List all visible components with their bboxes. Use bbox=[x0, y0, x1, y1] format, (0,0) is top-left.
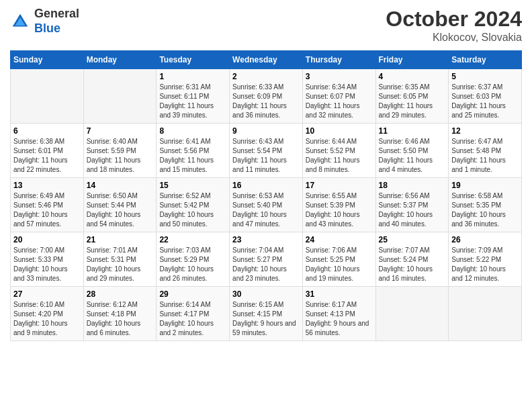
calendar-cell: 17Sunrise: 6:55 AM Sunset: 5:39 PM Dayli… bbox=[302, 178, 375, 232]
calendar-cell: 5Sunrise: 6:37 AM Sunset: 6:03 PM Daylig… bbox=[449, 69, 522, 124]
calendar-cell: 1Sunrise: 6:31 AM Sunset: 6:11 PM Daylig… bbox=[157, 69, 230, 124]
weekday-header-thursday: Thursday bbox=[302, 51, 375, 69]
day-detail: Sunrise: 7:01 AM Sunset: 5:31 PM Dayligh… bbox=[87, 246, 154, 283]
day-number: 31 bbox=[306, 289, 373, 299]
day-detail: Sunrise: 6:15 AM Sunset: 4:15 PM Dayligh… bbox=[232, 300, 300, 338]
calendar-week-row: 6Sunrise: 6:38 AM Sunset: 6:01 PM Daylig… bbox=[11, 124, 522, 178]
day-number: 27 bbox=[13, 289, 81, 299]
day-detail: Sunrise: 6:12 AM Sunset: 4:18 PM Dayligh… bbox=[87, 300, 154, 338]
day-detail: Sunrise: 6:34 AM Sunset: 6:07 PM Dayligh… bbox=[306, 83, 373, 120]
day-detail: Sunrise: 7:04 AM Sunset: 5:27 PM Dayligh… bbox=[232, 246, 300, 283]
calendar-cell bbox=[11, 69, 84, 124]
day-number: 24 bbox=[306, 235, 373, 244]
day-detail: Sunrise: 6:58 AM Sunset: 5:35 PM Dayligh… bbox=[451, 191, 519, 229]
day-number: 6 bbox=[13, 126, 81, 136]
day-number: 14 bbox=[87, 181, 154, 190]
title-block: October 2024 Klokocov, Slovakia bbox=[386, 7, 522, 44]
calendar-week-row: 20Sunrise: 7:00 AM Sunset: 5:33 PM Dayli… bbox=[11, 232, 522, 287]
day-detail: Sunrise: 6:47 AM Sunset: 5:48 PM Dayligh… bbox=[451, 137, 519, 175]
day-number: 30 bbox=[232, 289, 300, 299]
calendar-week-row: 1Sunrise: 6:31 AM Sunset: 6:11 PM Daylig… bbox=[11, 69, 522, 124]
day-number: 1 bbox=[159, 72, 226, 81]
day-detail: Sunrise: 6:55 AM Sunset: 5:39 PM Dayligh… bbox=[306, 191, 373, 229]
day-detail: Sunrise: 6:44 AM Sunset: 5:52 PM Dayligh… bbox=[306, 137, 373, 175]
calendar-cell: 6Sunrise: 6:38 AM Sunset: 6:01 PM Daylig… bbox=[11, 124, 84, 178]
day-number: 18 bbox=[379, 181, 446, 190]
day-number: 16 bbox=[232, 181, 300, 190]
day-detail: Sunrise: 7:00 AM Sunset: 5:33 PM Dayligh… bbox=[13, 246, 81, 283]
calendar-cell: 16Sunrise: 6:53 AM Sunset: 5:40 PM Dayli… bbox=[230, 178, 303, 232]
calendar-table: SundayMondayTuesdayWednesdayThursdayFrid… bbox=[10, 50, 522, 341]
location: Klokocov, Slovakia bbox=[386, 32, 522, 44]
day-detail: Sunrise: 6:40 AM Sunset: 5:59 PM Dayligh… bbox=[87, 137, 154, 175]
logo-text: General Blue bbox=[34, 7, 79, 36]
calendar-week-row: 13Sunrise: 6:49 AM Sunset: 5:46 PM Dayli… bbox=[11, 178, 522, 232]
day-number: 25 bbox=[379, 235, 446, 244]
weekday-header-saturday: Saturday bbox=[449, 51, 522, 69]
calendar-cell: 15Sunrise: 6:52 AM Sunset: 5:42 PM Dayli… bbox=[157, 178, 230, 232]
weekday-header-monday: Monday bbox=[83, 51, 157, 69]
weekday-header-tuesday: Tuesday bbox=[157, 51, 230, 69]
day-detail: Sunrise: 7:03 AM Sunset: 5:29 PM Dayligh… bbox=[159, 246, 226, 283]
day-detail: Sunrise: 6:46 AM Sunset: 5:50 PM Dayligh… bbox=[379, 137, 446, 175]
day-detail: Sunrise: 6:33 AM Sunset: 6:09 PM Dayligh… bbox=[232, 83, 300, 120]
logo: General Blue bbox=[10, 7, 79, 36]
day-detail: Sunrise: 6:53 AM Sunset: 5:40 PM Dayligh… bbox=[232, 191, 300, 229]
calendar-cell: 23Sunrise: 7:04 AM Sunset: 5:27 PM Dayli… bbox=[230, 232, 303, 287]
day-number: 15 bbox=[159, 181, 226, 190]
day-number: 5 bbox=[451, 72, 519, 81]
calendar-cell: 9Sunrise: 6:43 AM Sunset: 5:54 PM Daylig… bbox=[230, 124, 303, 178]
calendar-cell bbox=[449, 287, 522, 341]
calendar-cell: 14Sunrise: 6:50 AM Sunset: 5:44 PM Dayli… bbox=[83, 178, 157, 232]
day-number: 17 bbox=[306, 181, 373, 190]
day-detail: Sunrise: 7:07 AM Sunset: 5:24 PM Dayligh… bbox=[379, 246, 446, 283]
calendar-cell: 13Sunrise: 6:49 AM Sunset: 5:46 PM Dayli… bbox=[11, 178, 84, 232]
month-year: October 2024 bbox=[386, 7, 522, 32]
calendar-week-row: 27Sunrise: 6:10 AM Sunset: 4:20 PM Dayli… bbox=[11, 287, 522, 341]
day-detail: Sunrise: 6:52 AM Sunset: 5:42 PM Dayligh… bbox=[159, 191, 226, 229]
weekday-header-row: SundayMondayTuesdayWednesdayThursdayFrid… bbox=[11, 51, 522, 69]
day-detail: Sunrise: 7:06 AM Sunset: 5:25 PM Dayligh… bbox=[306, 246, 373, 283]
calendar-cell: 19Sunrise: 6:58 AM Sunset: 5:35 PM Dayli… bbox=[449, 178, 522, 232]
day-detail: Sunrise: 6:14 AM Sunset: 4:17 PM Dayligh… bbox=[159, 300, 226, 338]
day-detail: Sunrise: 6:35 AM Sunset: 6:05 PM Dayligh… bbox=[379, 83, 446, 120]
calendar-cell: 3Sunrise: 6:34 AM Sunset: 6:07 PM Daylig… bbox=[302, 69, 375, 124]
day-number: 12 bbox=[451, 126, 519, 136]
calendar-cell: 11Sunrise: 6:46 AM Sunset: 5:50 PM Dayli… bbox=[375, 124, 449, 178]
day-number: 23 bbox=[232, 235, 300, 244]
calendar-cell bbox=[83, 69, 157, 124]
calendar-cell: 28Sunrise: 6:12 AM Sunset: 4:18 PM Dayli… bbox=[83, 287, 157, 341]
day-detail: Sunrise: 6:31 AM Sunset: 6:11 PM Dayligh… bbox=[159, 83, 226, 120]
calendar-container: General Blue October 2024 Klokocov, Slov… bbox=[0, 0, 532, 348]
day-detail: Sunrise: 6:56 AM Sunset: 5:37 PM Dayligh… bbox=[379, 191, 446, 229]
day-number: 21 bbox=[87, 235, 154, 244]
calendar-cell: 18Sunrise: 6:56 AM Sunset: 5:37 PM Dayli… bbox=[375, 178, 449, 232]
calendar-cell: 2Sunrise: 6:33 AM Sunset: 6:09 PM Daylig… bbox=[230, 69, 303, 124]
calendar-cell: 31Sunrise: 6:17 AM Sunset: 4:13 PM Dayli… bbox=[302, 287, 375, 341]
day-number: 4 bbox=[379, 72, 446, 81]
day-number: 7 bbox=[87, 126, 154, 136]
calendar-cell: 10Sunrise: 6:44 AM Sunset: 5:52 PM Dayli… bbox=[302, 124, 375, 178]
calendar-cell: 24Sunrise: 7:06 AM Sunset: 5:25 PM Dayli… bbox=[302, 232, 375, 287]
day-detail: Sunrise: 6:50 AM Sunset: 5:44 PM Dayligh… bbox=[87, 191, 154, 229]
day-detail: Sunrise: 6:41 AM Sunset: 5:56 PM Dayligh… bbox=[159, 137, 226, 175]
day-detail: Sunrise: 6:38 AM Sunset: 6:01 PM Dayligh… bbox=[13, 137, 81, 175]
day-number: 2 bbox=[232, 72, 300, 81]
day-number: 13 bbox=[13, 181, 81, 190]
day-number: 26 bbox=[451, 235, 519, 244]
day-number: 28 bbox=[87, 289, 154, 299]
day-number: 3 bbox=[306, 72, 373, 81]
weekday-header-friday: Friday bbox=[375, 51, 449, 69]
day-number: 20 bbox=[13, 235, 81, 244]
calendar-cell: 4Sunrise: 6:35 AM Sunset: 6:05 PM Daylig… bbox=[375, 69, 449, 124]
calendar-cell: 29Sunrise: 6:14 AM Sunset: 4:17 PM Dayli… bbox=[157, 287, 230, 341]
day-number: 8 bbox=[159, 126, 226, 136]
day-number: 9 bbox=[232, 126, 300, 136]
calendar-cell: 26Sunrise: 7:09 AM Sunset: 5:22 PM Dayli… bbox=[449, 232, 522, 287]
calendar-cell: 8Sunrise: 6:41 AM Sunset: 5:56 PM Daylig… bbox=[157, 124, 230, 178]
calendar-cell: 21Sunrise: 7:01 AM Sunset: 5:31 PM Dayli… bbox=[83, 232, 157, 287]
day-number: 29 bbox=[159, 289, 226, 299]
calendar-cell: 12Sunrise: 6:47 AM Sunset: 5:48 PM Dayli… bbox=[449, 124, 522, 178]
day-number: 19 bbox=[451, 181, 519, 190]
day-number: 11 bbox=[379, 126, 446, 136]
